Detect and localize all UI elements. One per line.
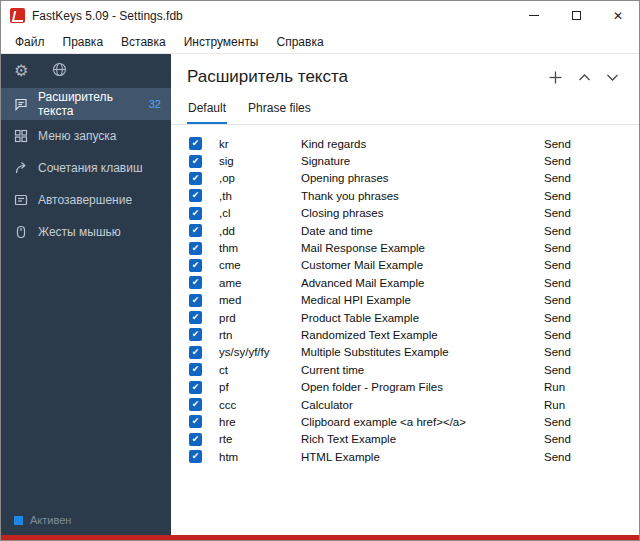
menu-item-file[interactable]: Файл	[6, 32, 54, 52]
sidebar-item-start-menu[interactable]: Меню запуска	[1, 120, 171, 152]
shortcut-text: hre	[219, 416, 301, 428]
sidebar-item-label: Расширитель текста	[38, 90, 139, 118]
table-row[interactable]: ✔,thThank you phrasesSend	[189, 187, 639, 204]
row-checkbox[interactable]: ✔	[189, 346, 202, 359]
sidebar-item-label: Автозавершение	[38, 193, 132, 207]
row-checkbox[interactable]: ✔	[189, 433, 202, 446]
row-checkbox[interactable]: ✔	[189, 450, 202, 463]
row-checkbox[interactable]: ✔	[189, 189, 202, 202]
table-row[interactable]: ✔hreClipboard example <a href></a>Send	[189, 413, 639, 430]
menu-item-tools[interactable]: Инструменты	[175, 32, 268, 52]
description-text: Current time	[301, 364, 544, 376]
shortcut-text: ct	[219, 364, 301, 376]
table-row[interactable]: ✔cccCalculatorRun	[189, 396, 639, 413]
sidebar-item-shortcuts[interactable]: Сочетания клавиш	[1, 152, 171, 184]
minimize-button[interactable]	[513, 1, 555, 30]
row-checkbox[interactable]: ✔	[189, 328, 202, 341]
table-row[interactable]: ✔,opOpening phrasesSend	[189, 170, 639, 187]
menu-item-insert[interactable]: Вставка	[112, 32, 175, 52]
header-actions	[548, 70, 619, 85]
action-text: Send	[544, 433, 639, 445]
row-checkbox[interactable]: ✔	[189, 242, 202, 255]
row-checkbox[interactable]: ✔	[189, 207, 202, 220]
table-row[interactable]: ✔krKind regardsSend	[189, 135, 639, 152]
shortcut-text: ,cl	[219, 207, 301, 219]
table-row[interactable]: ✔pfOpen folder - Program FilesRun	[189, 378, 639, 395]
row-checkbox[interactable]: ✔	[189, 172, 202, 185]
action-text: Send	[544, 416, 639, 428]
table-row[interactable]: ✔rteRich Text ExampleSend	[189, 431, 639, 448]
row-checkbox[interactable]: ✔	[189, 381, 202, 394]
row-checkbox[interactable]: ✔	[189, 294, 202, 307]
shortcut-text: cme	[219, 259, 301, 271]
sidebar-item-label: Меню запуска	[38, 129, 117, 143]
grid-icon	[14, 129, 28, 143]
mouse-icon	[14, 225, 28, 239]
action-text: Send	[544, 138, 639, 150]
row-checkbox[interactable]: ✔	[189, 363, 202, 376]
table-row[interactable]: ✔ctCurrent timeSend	[189, 361, 639, 378]
chat-bubble-icon	[14, 97, 28, 111]
row-checkbox[interactable]: ✔	[189, 137, 202, 150]
description-text: Thank you phrases	[301, 190, 544, 202]
tab-default[interactable]: Default	[187, 97, 227, 124]
table-row[interactable]: ✔thmMail Response ExampleSend	[189, 239, 639, 256]
active-indicator-icon	[14, 516, 23, 525]
table-row[interactable]: ✔prdProduct Table ExampleSend	[189, 309, 639, 326]
row-checkbox[interactable]: ✔	[189, 224, 202, 237]
description-text: Advanced Mail Example	[301, 277, 544, 289]
shortcut-text: med	[219, 294, 301, 306]
description-text: Medical HPI Example	[301, 294, 544, 306]
autocomplete-list-icon	[14, 193, 28, 207]
action-text: Send	[544, 259, 639, 271]
table-row[interactable]: ✔rtnRandomized Text ExampleSend	[189, 326, 639, 343]
table-row[interactable]: ✔medMedical HPI ExampleSend	[189, 292, 639, 309]
phrase-list: ✔krKind regardsSend✔sigSignatureSend✔,op…	[171, 125, 639, 465]
minimize-icon	[529, 15, 539, 16]
language-globe-icon[interactable]	[52, 62, 67, 80]
table-row[interactable]: ✔cmeCustomer Mail ExampleSend	[189, 257, 639, 274]
add-item-button[interactable]	[548, 70, 563, 85]
shortcut-text: htm	[219, 451, 301, 463]
shortcut-text: prd	[219, 312, 301, 324]
row-checkbox[interactable]: ✔	[189, 259, 202, 272]
action-text: Send	[544, 242, 639, 254]
menu-item-help[interactable]: Справка	[268, 32, 333, 52]
window-controls: ✕	[513, 1, 639, 30]
sidebar-item-text-expander[interactable]: Расширитель текста 32	[1, 88, 171, 120]
status-label: Активен	[30, 514, 71, 526]
maximize-button[interactable]	[555, 1, 597, 30]
shortcut-text: ys/sy/yf/fy	[219, 346, 301, 358]
table-row[interactable]: ✔sigSignatureSend	[189, 152, 639, 169]
action-text: Run	[544, 381, 639, 393]
table-row[interactable]: ✔,clClosing phrasesSend	[189, 205, 639, 222]
table-row[interactable]: ✔ys/sy/yf/fyMultiple Substitutes Example…	[189, 344, 639, 361]
description-text: Customer Mail Example	[301, 259, 544, 271]
description-text: Open folder - Program Files	[301, 381, 544, 393]
row-checkbox[interactable]: ✔	[189, 415, 202, 428]
title-bar: FastKeys 5.09 - Settings.fdb ✕	[1, 1, 639, 30]
row-checkbox[interactable]: ✔	[189, 311, 202, 324]
sidebar-item-autocomplete[interactable]: Автозавершение	[1, 184, 171, 216]
table-row[interactable]: ✔,ddDate and timeSend	[189, 222, 639, 239]
window-title: FastKeys 5.09 - Settings.fdb	[32, 9, 183, 23]
action-text: Send	[544, 172, 639, 184]
description-text: Calculator	[301, 399, 544, 411]
action-text: Send	[544, 294, 639, 306]
row-checkbox[interactable]: ✔	[189, 276, 202, 289]
move-down-button[interactable]	[606, 73, 619, 82]
description-text: Multiple Substitutes Example	[301, 346, 544, 358]
move-up-button[interactable]	[578, 73, 591, 82]
row-checkbox[interactable]: ✔	[189, 155, 202, 168]
sidebar-toolbar: ⚙	[1, 54, 171, 88]
shortcut-text: ,th	[219, 190, 301, 202]
tab-phrase-files[interactable]: Phrase files	[247, 97, 312, 124]
close-button[interactable]: ✕	[597, 1, 639, 30]
table-row[interactable]: ✔ameAdvanced Mail ExampleSend	[189, 274, 639, 291]
status-bar: Активен	[1, 504, 171, 535]
sidebar-item-mouse-gestures[interactable]: Жесты мышью	[1, 216, 171, 248]
table-row[interactable]: ✔htmHTML ExampleSend	[189, 448, 639, 465]
row-checkbox[interactable]: ✔	[189, 398, 202, 411]
settings-gear-icon[interactable]: ⚙	[14, 63, 28, 79]
menu-item-edit[interactable]: Правка	[54, 32, 113, 52]
